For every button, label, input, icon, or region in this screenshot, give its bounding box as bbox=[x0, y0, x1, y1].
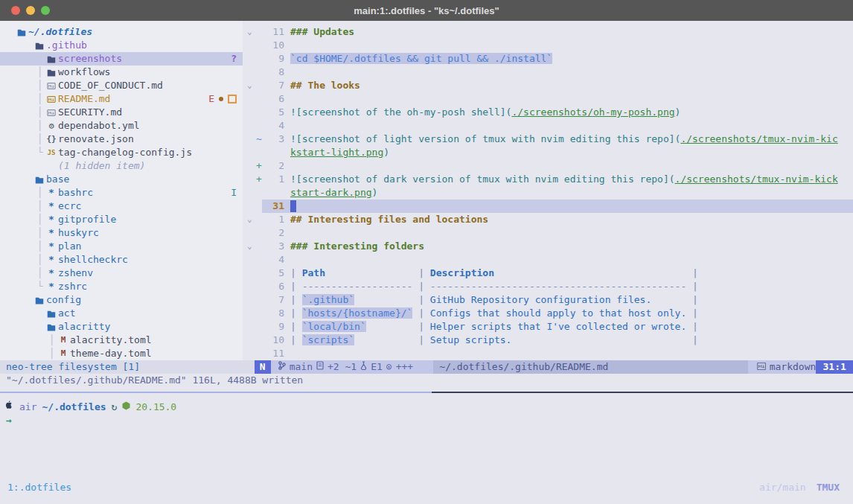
tree-item-code-of-conduct-md[interactable]: │CODE_OF_CONDUCT.md bbox=[0, 79, 243, 92]
line-text: ## Interesting files and locations bbox=[290, 213, 488, 226]
editor-line[interactable]: 5| Path | Description | bbox=[243, 267, 853, 280]
tree-guide: │ bbox=[37, 200, 43, 213]
tree-item-label: CODE_OF_CONDUCT.md bbox=[58, 79, 163, 92]
unstaged-square-icon bbox=[228, 95, 237, 103]
tree-item-config[interactable]: config bbox=[0, 293, 243, 307]
tree-item-tag-changelog-config-js[interactable]: └JStag-changelog-config.js bbox=[0, 146, 243, 159]
tree-item-gitprofile[interactable]: │*gitprofile bbox=[0, 213, 243, 226]
tree-item-huskyrc[interactable]: │*huskyrc bbox=[0, 226, 243, 240]
line-text: ## The looks bbox=[290, 79, 360, 92]
editor-line[interactable]: start-dark.png) bbox=[243, 186, 853, 200]
tree-item-zshenv[interactable]: │*zshenv bbox=[0, 267, 243, 280]
editor-line[interactable]: 8 bbox=[243, 66, 853, 79]
editor-line[interactable]: 11 bbox=[243, 347, 853, 360]
line-number: 11 bbox=[263, 25, 284, 39]
tree-item-act[interactable]: act bbox=[0, 307, 243, 320]
tree-guide: │ bbox=[37, 186, 43, 200]
tree-item-shellcheckrc[interactable]: │*shellcheckrc bbox=[0, 253, 243, 267]
tree-item-dependabot-yml[interactable]: │⚙dependabot.yml bbox=[0, 119, 243, 133]
statusline-extra: +++ bbox=[396, 360, 413, 374]
tree-item-label: zshenv bbox=[58, 267, 93, 280]
editor-line[interactable]: 4 bbox=[243, 253, 853, 267]
tree-item-ecrc[interactable]: │*ecrc bbox=[0, 200, 243, 213]
tree-item-alacritty-toml[interactable]: │Malacritty.toml bbox=[0, 334, 243, 347]
tree-item-label: workflows bbox=[58, 66, 110, 79]
editor-line[interactable]: +2 bbox=[243, 159, 853, 173]
fold-chevron-icon[interactable]: ⌄ bbox=[247, 213, 256, 226]
tmux-window-tab[interactable]: 1:.dotfiles bbox=[7, 481, 71, 494]
editor-line[interactable]: ⌄7## The looks bbox=[243, 79, 853, 92]
modified-dot-icon bbox=[219, 97, 223, 101]
star-icon: * bbox=[46, 186, 57, 200]
editor-line[interactable]: 5![screenshot of the oh-my-posh shell](.… bbox=[243, 106, 853, 119]
minimize-button[interactable] bbox=[26, 6, 35, 15]
tree-guide: │ bbox=[37, 240, 43, 253]
tmux-pane-border-right[interactable] bbox=[432, 392, 853, 393]
editor-line[interactable]: +1![screenshot of dark version of tmux w… bbox=[243, 173, 853, 186]
editor-line[interactable]: 10| `scripts` | Setup scripts. | bbox=[243, 334, 853, 347]
editor-line[interactable]: 9| `local/bin` | Helper scripts that I'v… bbox=[243, 320, 853, 334]
cursor-line-highlight bbox=[262, 200, 853, 213]
fold-chevron-icon[interactable]: ⌄ bbox=[247, 25, 256, 39]
fold-chevron-icon[interactable]: ⌄ bbox=[247, 79, 256, 92]
editor-buffer[interactable]: ⌄11### Updates109`cd $HOME/.dotfiles && … bbox=[243, 21, 853, 360]
editor-line[interactable]: 6| ------------------- | ---------------… bbox=[243, 280, 853, 293]
editor-line[interactable]: 2 bbox=[243, 226, 853, 240]
tmux-pane-border-left[interactable] bbox=[0, 392, 432, 393]
prompt-char[interactable]: → bbox=[6, 414, 12, 427]
fold-chevron-icon[interactable]: ⌄ bbox=[247, 240, 256, 253]
tree-item-security-md[interactable]: │SECURITY.md bbox=[0, 106, 243, 119]
editor-line[interactable]: kstart-light.png) bbox=[243, 146, 853, 159]
tree-item--dotfiles[interactable]: ~/.dotfiles bbox=[0, 25, 243, 39]
star-icon: * bbox=[46, 200, 57, 213]
line-text: ![screenshot of the oh-my-posh shell](./… bbox=[290, 106, 680, 119]
tree-item-label: ecrc bbox=[58, 200, 81, 213]
line-text: | `scripts` | Setup scripts. | bbox=[290, 334, 698, 347]
tree-item-zshrc[interactable]: └*zshrc bbox=[0, 280, 243, 293]
statusline-filetype-segment: markdown bbox=[748, 360, 817, 374]
vim-mode-indicator: N bbox=[255, 360, 271, 374]
tree-item-readme-md[interactable]: │README.mdE bbox=[0, 92, 243, 106]
tree-item-screenshots[interactable]: screenshots? bbox=[0, 52, 243, 66]
editor-line[interactable]: 7| `.github` | GitHub Repository configu… bbox=[243, 293, 853, 307]
line-text: ![screenshot of light version of tmux wi… bbox=[290, 133, 838, 146]
editor-line[interactable]: ~3![screenshot of light version of tmux … bbox=[243, 133, 853, 146]
star-icon: * bbox=[46, 240, 57, 253]
gear-icon: ⚙ bbox=[46, 119, 57, 133]
tree-item-renovate-json[interactable]: │{}renovate.json bbox=[0, 133, 243, 146]
toml-icon: M bbox=[58, 347, 68, 360]
editor-line[interactable]: 9`cd $HOME/.dotfiles && git pull && ./in… bbox=[243, 52, 853, 66]
close-button[interactable] bbox=[11, 6, 20, 15]
star-icon: * bbox=[46, 253, 57, 267]
tree-guide: │ bbox=[37, 213, 43, 226]
tree-item-base[interactable]: base bbox=[0, 173, 243, 186]
tree-item-theme-day-toml[interactable]: │Mtheme-day.toml bbox=[0, 347, 243, 360]
tree-item-label: renovate.json bbox=[58, 133, 134, 146]
tree-item-bashrc[interactable]: │*bashrcI bbox=[0, 186, 243, 200]
tree-item-label: zshrc bbox=[58, 280, 87, 293]
line-number: 5 bbox=[263, 106, 284, 119]
editor-line[interactable]: ⌄3### Interesting folders bbox=[243, 240, 853, 253]
tree-guide: │ bbox=[49, 334, 55, 347]
zoom-button[interactable] bbox=[41, 6, 50, 15]
tree-item--github[interactable]: .github bbox=[0, 39, 243, 52]
editor-line[interactable]: 8| `hosts/{hostname}/` | Configs that sh… bbox=[243, 307, 853, 320]
editor-line[interactable]: ⌄11### Updates bbox=[243, 25, 853, 39]
editor-line[interactable]: ⌄1## Interesting files and locations bbox=[243, 213, 853, 226]
editor-line[interactable]: 31 bbox=[243, 200, 853, 213]
tree-item-label: bashrc bbox=[58, 186, 93, 200]
editor-line[interactable]: 10 bbox=[243, 39, 853, 52]
tree-item--1-hidden-item-[interactable]: (1 hidden item) bbox=[0, 159, 243, 173]
line-number: 7 bbox=[263, 293, 284, 307]
editor-line[interactable]: 4 bbox=[243, 119, 853, 133]
tree-item-label: ~/.dotfiles bbox=[28, 25, 92, 39]
editor-line[interactable]: 6 bbox=[243, 92, 853, 106]
tree-item-label: .github bbox=[46, 39, 87, 52]
clock-icon: ⊙ bbox=[386, 360, 392, 374]
tree-item-label: alacritty bbox=[58, 320, 110, 334]
line-number: 10 bbox=[263, 334, 284, 347]
tree-item-workflows[interactable]: │workflows bbox=[0, 66, 243, 79]
vim-cmdline-message: "~/.dotfiles/.github/README.md" 116L, 44… bbox=[6, 374, 303, 387]
tree-item-plan[interactable]: │*plan bbox=[0, 240, 243, 253]
tree-item-alacritty[interactable]: alacritty bbox=[0, 320, 243, 334]
